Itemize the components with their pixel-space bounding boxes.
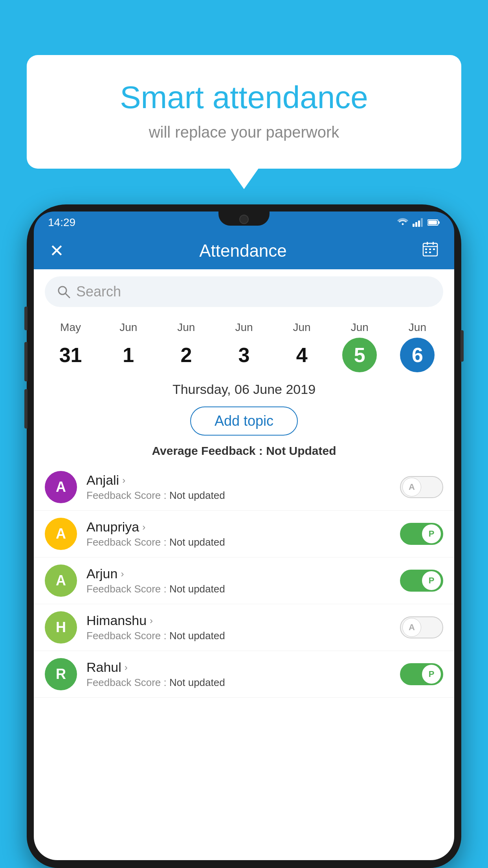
svg-rect-0: [413, 224, 415, 227]
student-feedback: Feedback Score : Not updated: [86, 489, 391, 502]
svg-rect-9: [433, 242, 434, 245]
day-month: May: [60, 321, 81, 334]
power-button: [460, 330, 464, 362]
student-item[interactable]: AArjun ›Feedback Score : Not updatedP: [34, 557, 454, 604]
day-number[interactable]: 6: [400, 338, 435, 372]
student-name: Anjali ›: [86, 473, 391, 488]
student-feedback: Feedback Score : Not updated: [86, 677, 391, 689]
day-number[interactable]: 1: [111, 338, 146, 372]
chevron-icon: ›: [125, 662, 128, 673]
day-number[interactable]: 4: [284, 338, 319, 372]
chevron-icon: ›: [121, 568, 124, 579]
phone-frame: 14:29 ✕: [27, 204, 461, 868]
wifi-icon: [397, 218, 409, 227]
student-name: Arjun ›: [86, 566, 391, 581]
attendance-toggle[interactable]: P: [400, 523, 443, 545]
student-item[interactable]: RRahul ›Feedback Score : Not updatedP: [34, 651, 454, 698]
calendar-day-1[interactable]: Jun1: [107, 321, 150, 372]
add-topic-container: Add topic: [34, 400, 454, 442]
calendar-day-3[interactable]: Jun3: [222, 321, 266, 372]
chevron-icon: ›: [150, 615, 153, 626]
calendar-day-31[interactable]: May31: [49, 321, 92, 372]
svg-rect-2: [418, 221, 420, 227]
svg-rect-10: [425, 248, 427, 250]
attendance-toggle[interactable]: P: [400, 570, 443, 592]
toggle-switch[interactable]: P: [400, 663, 443, 685]
calendar-day-2[interactable]: Jun2: [165, 321, 208, 372]
feedback-value: Not updated: [169, 583, 225, 595]
day-number[interactable]: 2: [169, 338, 204, 372]
search-placeholder[interactable]: Search: [76, 283, 121, 300]
volume-down-button: [24, 342, 28, 381]
selected-date-text: Thursday, 06 June 2019: [172, 382, 316, 397]
phone-time: 14:29: [48, 216, 75, 229]
student-info: Himanshu ›Feedback Score : Not updated: [86, 613, 391, 642]
calendar-day-4[interactable]: Jun4: [280, 321, 323, 372]
attendance-toggle[interactable]: A: [400, 616, 443, 638]
status-bar: 14:29: [34, 211, 454, 232]
day-month: Jun: [119, 321, 137, 334]
toggle-knob: A: [402, 478, 421, 497]
feedback-value: Not updated: [169, 536, 225, 548]
attendance-toggle[interactable]: P: [400, 663, 443, 685]
search-container[interactable]: Search: [45, 276, 443, 307]
bubble-title: Smart attendance: [58, 79, 430, 116]
svg-rect-8: [427, 242, 428, 245]
svg-rect-14: [429, 252, 431, 253]
student-avatar: R: [45, 658, 77, 690]
calendar-day-6[interactable]: Jun6: [396, 321, 439, 372]
toggle-switch[interactable]: A: [400, 616, 443, 638]
chevron-icon: ›: [142, 522, 145, 533]
student-info: Arjun ›Feedback Score : Not updated: [86, 566, 391, 595]
student-info: Anjali ›Feedback Score : Not updated: [86, 473, 391, 502]
toggle-switch[interactable]: P: [400, 570, 443, 592]
svg-rect-13: [425, 252, 427, 253]
calendar-icon[interactable]: [422, 241, 438, 261]
svg-rect-12: [433, 248, 435, 250]
battery-icon: [427, 219, 440, 226]
day-number[interactable]: 31: [53, 338, 88, 372]
student-list: AAnjali ›Feedback Score : Not updatedAAA…: [34, 464, 454, 860]
app-title: Attendance: [199, 241, 287, 261]
day-number[interactable]: 3: [227, 338, 261, 372]
toggle-knob: P: [422, 571, 441, 590]
student-item[interactable]: AAnupriya ›Feedback Score : Not updatedP: [34, 511, 454, 557]
attendance-toggle[interactable]: A: [400, 476, 443, 498]
phone-notch: [218, 211, 270, 226]
toggle-knob: P: [422, 524, 441, 543]
calendar-day-5[interactable]: Jun5: [338, 321, 381, 372]
student-feedback: Feedback Score : Not updated: [86, 583, 391, 595]
chevron-icon: ›: [122, 475, 125, 486]
feedback-value: Not updated: [169, 630, 225, 642]
svg-rect-3: [421, 218, 423, 227]
silent-button: [24, 389, 28, 428]
day-number[interactable]: 5: [342, 338, 377, 372]
student-info: Anupriya ›Feedback Score : Not updated: [86, 519, 391, 548]
student-avatar: A: [45, 471, 77, 503]
student-feedback: Feedback Score : Not updated: [86, 536, 391, 548]
speech-bubble-wrapper: Smart attendance will replace your paper…: [27, 55, 461, 169]
day-month: Jun: [177, 321, 195, 334]
selected-date-bar: Thursday, 06 June 2019: [34, 372, 454, 400]
student-name: Anupriya ›: [86, 519, 391, 535]
bubble-subtitle: will replace your paperwork: [58, 123, 430, 141]
close-button[interactable]: ✕: [50, 242, 64, 259]
student-item[interactable]: HHimanshu ›Feedback Score : Not updatedA: [34, 604, 454, 651]
toggle-knob: A: [402, 618, 421, 637]
student-feedback: Feedback Score : Not updated: [86, 630, 391, 642]
student-item[interactable]: AAnjali ›Feedback Score : Not updatedA: [34, 464, 454, 511]
avg-feedback-label: Average Feedback :: [152, 444, 266, 457]
speech-bubble: Smart attendance will replace your paper…: [27, 55, 461, 169]
student-name: Himanshu ›: [86, 613, 391, 628]
toggle-switch[interactable]: A: [400, 476, 443, 498]
svg-rect-11: [429, 248, 431, 250]
svg-rect-1: [415, 222, 417, 227]
svg-line-16: [66, 294, 70, 298]
student-avatar: A: [45, 565, 77, 597]
camera: [239, 215, 249, 224]
toggle-knob: P: [422, 665, 441, 684]
toggle-switch[interactable]: P: [400, 523, 443, 545]
add-topic-button[interactable]: Add topic: [190, 406, 298, 436]
student-info: Rahul ›Feedback Score : Not updated: [86, 660, 391, 689]
avg-feedback: Average Feedback : Not Updated: [34, 442, 454, 464]
